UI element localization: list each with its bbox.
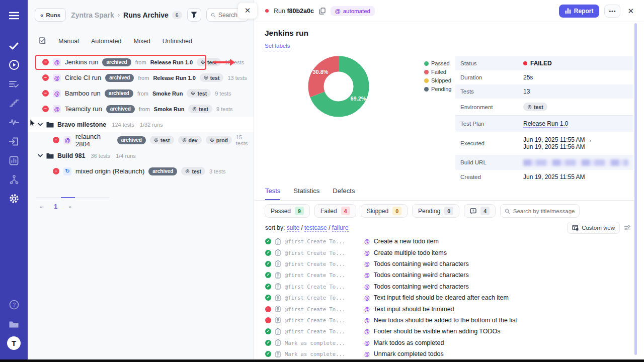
menu-icon[interactable] <box>0 6 28 25</box>
automated-badge[interactable]: @ automated <box>331 6 375 16</box>
legend-item[interactable]: Skipped <box>424 77 451 83</box>
run-row-bamboo[interactable]: @ Bamboo run archived from Smoke Run tes… <box>28 85 254 101</box>
run-row-jenkins[interactable]: @ Jenkins run archived from Release Run … <box>28 54 254 70</box>
suite-name[interactable]: @first Create To... <box>285 328 360 334</box>
from-run-name[interactable]: Smoke Run <box>154 106 185 112</box>
branch-icon[interactable] <box>0 170 28 189</box>
more-actions-button[interactable]: ••• <box>604 5 620 18</box>
filter-comments-button[interactable]: 4 <box>464 204 496 218</box>
pagination-next[interactable]: » <box>68 204 71 210</box>
suite-name[interactable]: @first Create To... <box>285 238 360 244</box>
build-url-redacted[interactable] <box>523 159 628 166</box>
tests-search-input[interactable] <box>513 208 575 214</box>
test-row[interactable]: Mark as complete... @ Unmark completed t… <box>265 348 627 359</box>
from-run-name[interactable]: Release Run 1.0 <box>150 59 193 65</box>
suite-name[interactable]: @first Create To... <box>285 250 360 256</box>
suite-name[interactable]: @first Create To... <box>285 317 360 323</box>
from-run-name[interactable]: Release Run 1.0 <box>153 75 195 81</box>
filter-button[interactable] <box>187 8 201 22</box>
sort-by-failure-link[interactable]: failure <box>332 224 349 232</box>
run-id: f80b2a0c <box>287 8 314 15</box>
test-title[interactable]: Create a new todo item <box>374 238 439 245</box>
test-title[interactable]: Todos containing weird characters <box>374 260 469 267</box>
tests-search[interactable] <box>500 204 580 218</box>
select-all-icon[interactable] <box>39 37 46 45</box>
suite-name[interactable]: @first Create To... <box>285 261 360 267</box>
from-run-name[interactable]: Smoke Run <box>152 90 183 97</box>
run-list-icon[interactable] <box>0 74 28 94</box>
tab-statistics[interactable]: Statistics <box>293 187 319 200</box>
suite-name[interactable]: Mark as complete... <box>285 340 360 346</box>
suite-name[interactable]: @first Create To... <box>285 306 360 312</box>
analytics-icon[interactable] <box>0 151 28 170</box>
test-title[interactable]: Unmark completed todos <box>374 350 444 357</box>
tab-manual[interactable]: Manual <box>58 38 79 45</box>
run-row-relaunch-2804[interactable]: @ relaunch 2804 archived test dev prod 1… <box>28 132 254 148</box>
runs-play-icon[interactable] <box>0 55 28 74</box>
account-logo[interactable]: T <box>0 333 28 352</box>
test-row[interactable]: @first Create To... @ Todos containing w… <box>265 269 627 281</box>
test-row[interactable]: @first Create To... @ Create multiple to… <box>265 247 627 258</box>
test-row[interactable]: @first Create To... @ Text input should … <box>265 303 627 314</box>
folder-row-build-981[interactable]: Build 981 36 tests 1/4 runs <box>28 148 254 163</box>
tab-tests[interactable]: Tests <box>265 187 280 200</box>
steps-icon[interactable] <box>0 94 28 113</box>
suite-name[interactable]: Mark as complete... <box>285 351 360 357</box>
test-title[interactable]: New todos should be added to the bottom … <box>374 317 517 324</box>
report-button[interactable]: Report <box>559 5 600 18</box>
test-row[interactable]: @first Create To... @ Text input field s… <box>265 292 627 303</box>
view-settings-sliders-icon[interactable] <box>624 224 631 233</box>
settings-gear-icon[interactable] <box>0 189 28 208</box>
suite-name[interactable]: @first Create To... <box>285 284 360 290</box>
custom-view-button[interactable]: Custom view <box>567 222 620 234</box>
test-row[interactable]: @first Create To... @ Create a new todo … <box>265 236 627 247</box>
test-title[interactable]: Text input field should be cleared after… <box>374 294 509 301</box>
test-plan-link[interactable]: Release Run 1.0 <box>523 120 568 128</box>
back-label: Runs <box>46 12 60 18</box>
filter-skipped-button[interactable]: Skipped 0 <box>361 204 408 218</box>
test-title[interactable]: Create multiple todo items <box>374 249 447 256</box>
import-icon[interactable] <box>0 132 28 151</box>
folders-icon[interactable] <box>0 314 28 333</box>
test-title[interactable]: Footer should be visible when adding TOD… <box>374 328 501 335</box>
panel-scrollbar[interactable] <box>634 23 637 355</box>
legend-item[interactable]: Pending <box>424 86 451 92</box>
suite-name[interactable]: @first Create To... <box>285 272 360 278</box>
close-panel-button[interactable]: ✕ <box>238 3 257 19</box>
test-title[interactable]: Todos containing weird characters <box>374 272 469 279</box>
test-title[interactable]: Mark todos as completed <box>374 339 444 346</box>
test-row[interactable]: Mark as complete... @ Mark todos as comp… <box>265 337 627 348</box>
filter-passed-button[interactable]: Passed 9 <box>265 204 310 218</box>
pagination-prev[interactable]: « <box>40 204 43 210</box>
legend-item[interactable]: Passed <box>424 60 451 66</box>
sort-by-suite-link[interactable]: suite <box>287 224 299 232</box>
copy-icon[interactable] <box>319 8 326 15</box>
run-row-teamcity[interactable]: @ Teamcity run archived from Smoke Run t… <box>28 101 254 117</box>
test-row[interactable]: @first Create To... @ New todos should b… <box>265 315 627 326</box>
tab-mixed[interactable]: Mixed <box>133 38 150 45</box>
filter-failed-button[interactable]: Failed 4 <box>314 204 356 218</box>
sort-by-testcase-link[interactable]: testcase <box>304 224 327 232</box>
run-row-circle-ci[interactable]: @ Circle CI run archived from Release Ru… <box>28 70 254 85</box>
filter-pending-button[interactable]: Pending 0 <box>412 204 459 218</box>
folder-row-bravo-milestone[interactable]: Bravo milestone 124 tests 1/32 runs <box>28 117 254 132</box>
pagination-page-1[interactable]: 1 <box>54 203 57 210</box>
test-row[interactable]: @first Create To... @ Todos containing w… <box>265 258 627 269</box>
tests-check-icon[interactable] <box>0 36 28 55</box>
test-title[interactable]: Text input should be trimmed <box>374 306 454 313</box>
help-icon[interactable]: ? <box>0 295 28 314</box>
tab-unfinished[interactable]: Unfinished <box>163 38 192 45</box>
back-to-runs-button[interactable]: « Runs <box>35 8 66 22</box>
test-title[interactable]: Todos containing weird characters <box>374 283 469 290</box>
close-detail-button[interactable]: ✕ <box>625 7 636 16</box>
test-row[interactable]: @first Create To... @ Footer should be v… <box>265 326 627 337</box>
breadcrumb-project[interactable]: Zyntra Spark <box>71 11 114 19</box>
test-row[interactable]: @first Create To... @ Todos containing w… <box>265 281 627 292</box>
legend-item[interactable]: Failed <box>424 69 451 75</box>
run-row-mixed-origin[interactable]: ↻ mixed origin (Relaunch) archived test … <box>28 163 254 179</box>
activity-pulse-icon[interactable] <box>0 113 28 132</box>
tab-defects[interactable]: Defects <box>333 187 355 200</box>
set-labels-link[interactable]: Set labels <box>265 43 290 49</box>
suite-name[interactable]: @first Create To... <box>285 295 360 301</box>
tab-automated[interactable]: Automated <box>91 38 121 45</box>
